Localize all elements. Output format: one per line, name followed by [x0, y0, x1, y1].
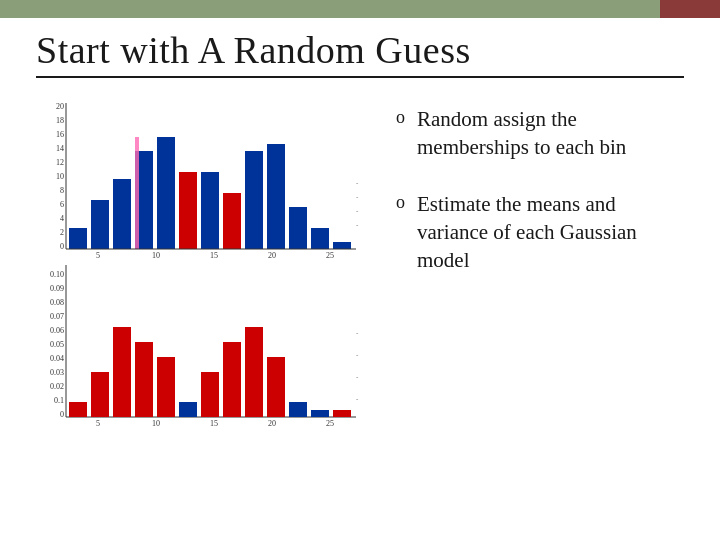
bullets-container: o Random assign the memberships to each … [396, 95, 684, 520]
bot-bar-1 [69, 402, 87, 417]
svg-text:0.05: 0.05 [50, 340, 64, 349]
svg-text:2: 2 [60, 228, 64, 237]
bot-bar-7 [201, 372, 219, 417]
accent-bar [135, 137, 139, 249]
top-bar-2 [91, 200, 109, 249]
top-bar-11 [289, 207, 307, 249]
bot-bar-8 [223, 342, 241, 417]
top-bar-accent [660, 0, 720, 18]
top-bar-7 [201, 172, 219, 249]
svg-text:25: 25 [326, 251, 334, 260]
bot-bar-13 [333, 410, 351, 417]
svg-text:-: - [356, 221, 359, 229]
top-bar-13 [333, 242, 351, 249]
svg-text:0.03: 0.03 [50, 368, 64, 377]
svg-text:0.08: 0.08 [50, 298, 64, 307]
slide-title: Start with A Random Guess [36, 28, 684, 72]
svg-text:0.09: 0.09 [50, 284, 64, 293]
top-bar-10 [267, 144, 285, 249]
bot-bar-5 [157, 357, 175, 417]
title-underline [36, 76, 684, 78]
svg-text:-: - [356, 179, 359, 187]
bullet-item-2: o Estimate the means and variance of eac… [396, 190, 684, 275]
svg-text:-: - [356, 193, 359, 201]
svg-text:20: 20 [56, 102, 64, 111]
svg-text:-: - [356, 351, 359, 359]
svg-text:20: 20 [268, 251, 276, 260]
top-bar-6-red [179, 172, 197, 249]
top-decorative-bar [0, 0, 720, 18]
svg-text:8: 8 [60, 186, 64, 195]
chart-container: 20 18 16 14 12 10 8 6 4 2 0 5 10 15 20 2… [36, 95, 376, 520]
bot-bar-2 [91, 372, 109, 417]
bullet-text-1: Random assign the memberships to each bi… [417, 105, 684, 162]
svg-text:0.07: 0.07 [50, 312, 64, 321]
svg-text:0: 0 [60, 242, 64, 251]
svg-text:0.10: 0.10 [50, 270, 64, 279]
svg-text:20: 20 [268, 419, 276, 428]
svg-text:10: 10 [152, 419, 160, 428]
svg-text:-: - [356, 395, 359, 403]
bullet-marker-1: o [396, 107, 405, 128]
svg-text:14: 14 [56, 144, 64, 153]
bullet-item-1: o Random assign the memberships to each … [396, 105, 684, 162]
bot-bar-3 [113, 327, 131, 417]
bot-bar-9 [245, 327, 263, 417]
svg-text:15: 15 [210, 419, 218, 428]
top-bar-12 [311, 228, 329, 249]
bullet-marker-2: o [396, 192, 405, 213]
svg-text:16: 16 [56, 130, 64, 139]
histogram-chart: 20 18 16 14 12 10 8 6 4 2 0 5 10 15 20 2… [36, 95, 376, 515]
top-bar-9 [245, 151, 263, 249]
svg-text:-: - [356, 207, 359, 215]
svg-text:0.06: 0.06 [50, 326, 64, 335]
svg-text:10: 10 [152, 251, 160, 260]
title-area: Start with A Random Guess [36, 28, 684, 78]
svg-text:12: 12 [56, 158, 64, 167]
bot-bar-6-blue [179, 402, 197, 417]
svg-text:15: 15 [210, 251, 218, 260]
bot-bar-4 [135, 342, 153, 417]
svg-text:6: 6 [60, 200, 64, 209]
svg-text:25: 25 [326, 419, 334, 428]
svg-text:0: 0 [60, 410, 64, 419]
svg-text:0.04: 0.04 [50, 354, 64, 363]
svg-text:0.1: 0.1 [54, 396, 64, 405]
top-bar-8-red [223, 193, 241, 249]
svg-text:-: - [356, 373, 359, 381]
top-bar-1 [69, 228, 87, 249]
top-bar-3 [113, 179, 131, 249]
svg-text:-: - [356, 329, 359, 337]
svg-text:4: 4 [60, 214, 64, 223]
svg-text:10: 10 [56, 172, 64, 181]
svg-text:0.02: 0.02 [50, 382, 64, 391]
svg-text:5: 5 [96, 251, 100, 260]
bot-bar-10 [267, 357, 285, 417]
top-bar-5 [157, 137, 175, 249]
bot-bar-12-blue [311, 410, 329, 417]
bullet-text-2: Estimate the means and variance of each … [417, 190, 684, 275]
svg-text:5: 5 [96, 419, 100, 428]
bot-bar-11-blue [289, 402, 307, 417]
svg-text:18: 18 [56, 116, 64, 125]
content-area: 20 18 16 14 12 10 8 6 4 2 0 5 10 15 20 2… [36, 95, 684, 520]
